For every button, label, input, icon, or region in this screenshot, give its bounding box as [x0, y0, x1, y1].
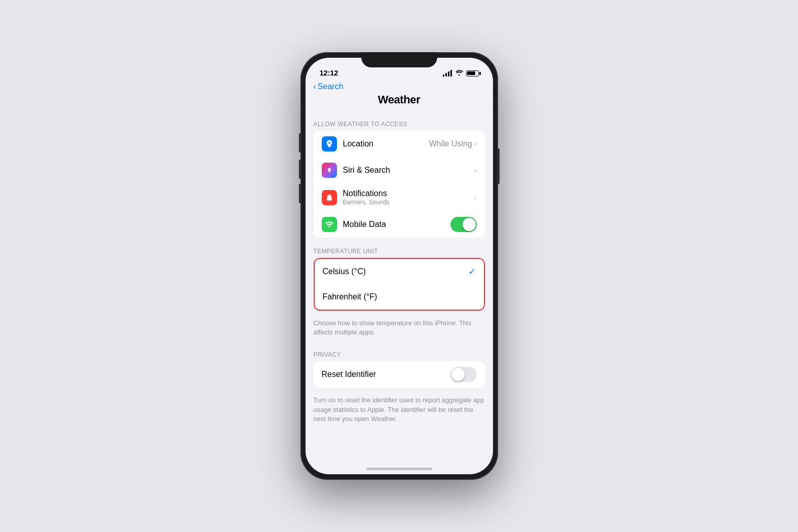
notifications-chevron-icon: › — [474, 194, 477, 202]
home-indicator — [366, 468, 432, 470]
notch — [361, 52, 437, 67]
siri-content: Siri & Search — [343, 166, 474, 175]
siri-right: › — [474, 166, 477, 174]
location-right: While Using › — [429, 139, 476, 148]
siri-chevron-icon: › — [474, 166, 477, 174]
back-label: Search — [318, 82, 344, 91]
reset-identifier-right — [450, 367, 477, 382]
celsius-content: Celsius (°C) — [323, 267, 468, 276]
privacy-group: Reset Identifier — [314, 361, 485, 388]
svg-rect-1 — [328, 172, 330, 173]
siri-row[interactable]: Siri & Search › — [314, 157, 485, 183]
page-title: Weather — [314, 93, 485, 106]
phone-screen: 12:12 ‹ Search — [306, 58, 493, 474]
fahrenheit-title: Fahrenheit (°F) — [323, 292, 476, 301]
mobiledata-icon — [322, 217, 337, 232]
location-icon — [322, 136, 337, 151]
celsius-row[interactable]: Celsius (°C) ✓ — [315, 259, 484, 284]
temperature-footer: Choose how to show temperature on this i… — [306, 315, 493, 345]
siri-title: Siri & Search — [343, 166, 474, 175]
reset-identifier-title: Reset Identifier — [322, 370, 450, 379]
location-content: Location — [343, 139, 429, 148]
fahrenheit-content: Fahrenheit (°F) — [323, 292, 476, 301]
reset-identifier-row[interactable]: Reset Identifier — [314, 361, 485, 388]
battery-icon — [466, 70, 479, 77]
back-arrow-icon: ‹ — [314, 82, 316, 91]
location-chevron-icon: › — [474, 140, 477, 148]
privacy-footer: Turn on to reset the identifier used to … — [306, 392, 493, 432]
page-header: Weather — [306, 91, 493, 115]
fahrenheit-row[interactable]: Fahrenheit (°F) — [315, 284, 484, 310]
temperature-group: Celsius (°C) ✓ Fahrenheit (°F) — [314, 258, 485, 311]
temperature-section-label: TEMPERATURE UNIT — [306, 242, 493, 258]
mobiledata-right — [450, 217, 477, 232]
content-area: ALLOW WEATHER TO ACCESS Location While U… — [306, 115, 493, 470]
notifications-icon — [322, 190, 337, 205]
location-value: While Using — [429, 139, 472, 148]
reset-identifier-content: Reset Identifier — [322, 370, 450, 379]
privacy-section-label: PRIVACY — [306, 345, 493, 361]
notifications-subtitle: Banners, Sounds — [343, 199, 474, 206]
celsius-checkmark-icon: ✓ — [468, 266, 476, 277]
signal-icon — [443, 70, 452, 77]
mobiledata-row[interactable]: Mobile Data — [314, 211, 485, 238]
back-nav[interactable]: ‹ Search — [306, 80, 493, 91]
wifi-icon — [455, 69, 463, 77]
mobiledata-toggle[interactable] — [450, 217, 477, 232]
notifications-title: Notifications — [343, 189, 474, 198]
phone-frame: 12:12 ‹ Search — [300, 52, 498, 480]
celsius-title: Celsius (°C) — [323, 267, 468, 276]
celsius-right: ✓ — [468, 266, 476, 277]
access-group: Location While Using › — [314, 131, 485, 238]
siri-icon — [322, 163, 337, 178]
reset-identifier-toggle[interactable] — [450, 367, 477, 382]
mobiledata-title: Mobile Data — [343, 220, 450, 229]
status-icons — [443, 69, 479, 77]
location-row[interactable]: Location While Using › — [314, 131, 485, 157]
access-section-label: ALLOW WEATHER TO ACCESS — [306, 115, 493, 131]
mobiledata-content: Mobile Data — [343, 220, 450, 229]
notifications-row[interactable]: Notifications Banners, Sounds › — [314, 183, 485, 211]
location-title: Location — [343, 139, 429, 148]
notifications-content: Notifications Banners, Sounds — [343, 189, 474, 206]
notifications-right: › — [474, 194, 477, 202]
status-time: 12:12 — [320, 68, 338, 77]
